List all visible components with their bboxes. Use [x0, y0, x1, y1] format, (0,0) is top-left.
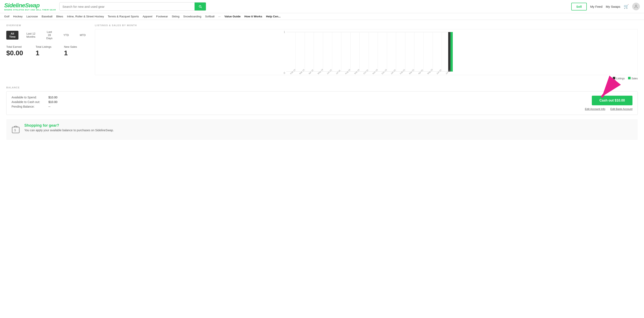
tab-last-28[interactable]: Last 28 Days	[44, 29, 56, 41]
search-button[interactable]	[194, 2, 206, 10]
logo[interactable]: SidelineSwap Where Athletes Buy and Sell…	[4, 2, 56, 11]
balance-spend-val: $10.00	[48, 96, 58, 99]
search-icon	[198, 4, 202, 8]
tab-all-time[interactable]: All Time	[6, 31, 18, 40]
nav-value-guide[interactable]: Value Guide	[224, 15, 241, 18]
cart-icon[interactable]: 🛒	[624, 4, 629, 9]
cashout-button[interactable]: Cash out $10.00	[592, 96, 632, 105]
header: SidelineSwap Where Athletes Buy and Sell…	[0, 0, 644, 13]
balance-pending-val: --	[48, 105, 50, 108]
logo-text: SidelineSwap	[4, 2, 56, 9]
nav-help-center[interactable]: Help Cen...	[266, 15, 281, 18]
navigation: Golf Hockey Lacrosse Baseball Bikes Inli…	[0, 13, 644, 20]
chart-legend: Listings Sales	[95, 77, 638, 80]
svg-text:Dec 19: Dec 19	[381, 69, 387, 75]
shopping-bag-icon: $	[10, 123, 21, 136]
my-swaps-link[interactable]: My Swaps	[606, 5, 620, 8]
legend-listings: Listings	[613, 77, 625, 80]
logo-sub: Where Athletes Buy and Sell Their Gear	[4, 9, 56, 11]
nav-baseball[interactable]: Baseball	[42, 15, 52, 18]
nav-how-it-works[interactable]: How it Works	[244, 15, 262, 18]
svg-text:Mar 20: Mar 20	[408, 69, 415, 75]
svg-text:Aug 19: Aug 19	[344, 68, 351, 75]
balance-rows: Available to Spend: $10.00 Available to …	[12, 96, 58, 108]
balance-spend-key: Available to Spend:	[12, 96, 45, 99]
balance-card: Available to Spend: $10.00 Available to …	[6, 91, 638, 115]
overview-label: OVERVIEW	[6, 24, 89, 27]
svg-point-46	[16, 127, 17, 128]
chart-container: 1 0	[95, 29, 638, 75]
nav-more[interactable]: ···	[218, 15, 220, 18]
legend-sales: Sales	[628, 77, 638, 80]
balance-actions: Cash out $10.00 Edit Account Info Edit B…	[585, 96, 632, 111]
svg-text:Nov 19: Nov 19	[372, 69, 378, 75]
svg-text:Feb 20: Feb 20	[399, 68, 406, 75]
svg-text:1: 1	[284, 30, 285, 33]
svg-text:Jun 19: Jun 19	[326, 69, 332, 75]
stat-sales-label: New Sales	[64, 45, 77, 48]
tab-ytd[interactable]: YTD	[60, 32, 72, 38]
svg-text:Sep 19: Sep 19	[354, 68, 360, 75]
balance-cashout-key: Available to Cash out:	[12, 100, 45, 104]
nav-tennis[interactable]: Tennis & Racquet Sports	[108, 15, 139, 18]
stat-listings: Total Listings 1	[36, 45, 51, 57]
user-icon	[634, 4, 638, 8]
nav-softball[interactable]: Softball	[205, 15, 214, 18]
svg-rect-22	[448, 32, 450, 72]
main-content: OVERVIEW All Time Last 12 Months Last 28…	[0, 20, 644, 144]
shopping-section: $ Shopping for gear? You can apply your …	[6, 119, 638, 140]
legend-listings-dot	[613, 77, 615, 79]
svg-text:Feb 19: Feb 19	[290, 69, 296, 75]
svg-text:Jun 20: Jun 20	[436, 69, 442, 75]
svg-text:Jan 20: Jan 20	[390, 69, 396, 75]
chart-panel: LISTINGS & SALES BY MONTH 1 0	[95, 24, 638, 80]
avatar[interactable]	[632, 3, 640, 10]
balance-card-wrapper: Available to Spend: $10.00 Available to …	[6, 91, 638, 115]
balance-section: BALANCE Available to Spend: $10.00 Avail…	[6, 86, 638, 115]
legend-sales-dot	[628, 77, 630, 79]
edit-bank-link[interactable]: Edit Bank Account	[610, 107, 632, 111]
nav-lacrosse[interactable]: Lacrosse	[26, 15, 38, 18]
balance-label: BALANCE	[6, 86, 638, 89]
edit-account-link[interactable]: Edit Account Info	[585, 107, 606, 111]
tab-mtd[interactable]: MTD	[77, 32, 88, 38]
shopping-text: Shopping for gear? You can apply your av…	[24, 123, 114, 132]
stat-earned-value: $0.00	[6, 49, 23, 57]
balance-row-cashout: Available to Cash out: $10.00	[12, 100, 58, 104]
svg-text:$: $	[14, 129, 16, 132]
nav-bikes[interactable]: Bikes	[56, 15, 63, 18]
overview-panel: OVERVIEW All Time Last 12 Months Last 28…	[6, 24, 89, 80]
my-feed-link[interactable]: My Feed	[590, 5, 602, 8]
stat-earned-label: Total Earned	[6, 45, 23, 48]
balance-pending-key: Pending Balance:	[12, 105, 45, 108]
nav-hockey[interactable]: Hockey	[13, 15, 23, 18]
nav-inline[interactable]: Inline, Roller & Street Hockey	[67, 15, 104, 18]
sell-button[interactable]: Sell	[571, 3, 587, 10]
shopping-title: Shopping for gear?	[24, 123, 114, 128]
shopping-desc: You can apply your available balance to …	[24, 129, 114, 132]
tab-last-12[interactable]: Last 12 Months	[24, 31, 38, 40]
nav-skiing[interactable]: Skiing	[172, 15, 180, 18]
svg-text:Mar 19: Mar 19	[299, 69, 305, 75]
stat-sales-value: 1	[64, 49, 77, 57]
stats-row: Total Earned $0.00 Total Listings 1 New …	[6, 45, 89, 57]
nav-footwear[interactable]: Footwear	[156, 15, 168, 18]
svg-text:Jul 19: Jul 19	[335, 69, 341, 75]
chart-title: LISTINGS & SALES BY MONTH	[95, 24, 638, 27]
balance-row-pending: Pending Balance: --	[12, 105, 58, 108]
content-grid: OVERVIEW All Time Last 12 Months Last 28…	[6, 24, 638, 80]
stat-earned: Total Earned $0.00	[6, 45, 23, 57]
header-actions: Sell My Feed My Swaps 🛒	[571, 3, 640, 10]
svg-text:0: 0	[284, 72, 285, 75]
search-bar	[59, 2, 206, 11]
edit-links: Edit Account Info Edit Bank Account	[585, 107, 632, 111]
balance-row-spend: Available to Spend: $10.00	[12, 96, 58, 99]
stat-listings-label: Total Listings	[36, 45, 51, 48]
search-input[interactable]	[60, 2, 194, 10]
nav-apparel[interactable]: Apparel	[142, 15, 152, 18]
svg-text:Apr 19: Apr 19	[308, 69, 314, 75]
balance-cashout-val: $10.00	[48, 100, 58, 104]
nav-snowboarding[interactable]: Snowboarding	[183, 15, 201, 18]
nav-golf[interactable]: Golf	[4, 15, 10, 18]
svg-text:Oct 19: Oct 19	[363, 69, 368, 75]
